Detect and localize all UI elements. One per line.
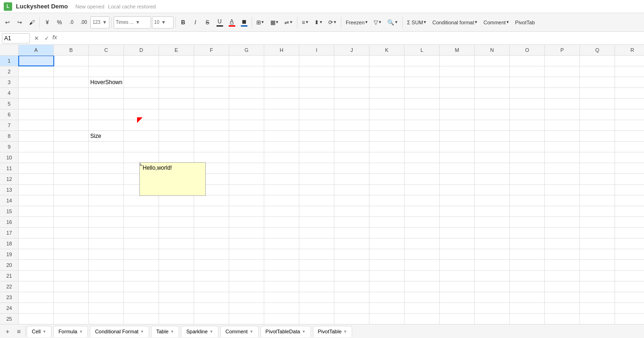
- cell-I11[interactable]: [299, 163, 334, 173]
- cell-P6[interactable]: [545, 109, 580, 120]
- cell-R12[interactable]: [615, 174, 644, 184]
- cell-M15[interactable]: [440, 206, 475, 216]
- sheet-tab-pivottable[interactable]: PivotTable▼: [313, 326, 353, 337]
- cell-F2[interactable]: [194, 66, 229, 77]
- cell-M16[interactable]: [440, 217, 475, 227]
- cell-E19[interactable]: [159, 249, 194, 259]
- cell-I4[interactable]: [299, 88, 334, 98]
- cell-E18[interactable]: [159, 238, 194, 249]
- cell-D14[interactable]: [124, 195, 159, 206]
- cell-Q10[interactable]: [580, 152, 615, 163]
- cell-R3[interactable]: [615, 77, 644, 87]
- cell-R15[interactable]: [615, 206, 644, 216]
- cell-E15[interactable]: [159, 206, 194, 216]
- cell-D19[interactable]: [124, 249, 159, 259]
- cell-C7[interactable]: [89, 120, 124, 130]
- cell-D21[interactable]: [124, 271, 159, 281]
- cell-P25[interactable]: [545, 314, 580, 324]
- cell-F25[interactable]: [194, 314, 229, 324]
- comment-button[interactable]: Comment▼: [481, 16, 512, 29]
- cell-O21[interactable]: [510, 271, 545, 281]
- cell-L2[interactable]: [405, 66, 440, 77]
- cell-C17[interactable]: [89, 228, 124, 238]
- cell-B17[interactable]: [54, 228, 89, 238]
- cell-R18[interactable]: [615, 238, 644, 249]
- cell-R24[interactable]: [615, 303, 644, 313]
- cell-F17[interactable]: [194, 228, 229, 238]
- cell-F20[interactable]: [194, 260, 229, 270]
- cell-R19[interactable]: [615, 249, 644, 259]
- cell-I20[interactable]: [299, 260, 334, 270]
- cell-C21[interactable]: [89, 271, 124, 281]
- cell-G8[interactable]: [229, 131, 264, 141]
- font-size-select[interactable]: 10 ▼: [152, 16, 174, 29]
- cell-J23[interactable]: [334, 292, 369, 302]
- cell-P3[interactable]: [545, 77, 580, 87]
- cell-N22[interactable]: [475, 281, 510, 292]
- cell-O8[interactable]: [510, 131, 545, 141]
- cell-P10[interactable]: [545, 152, 580, 163]
- col-header-M[interactable]: M: [440, 45, 475, 55]
- cell-M4[interactable]: [440, 88, 475, 98]
- cell-G20[interactable]: [229, 260, 264, 270]
- cell-H24[interactable]: [264, 303, 299, 313]
- cell-C10[interactable]: [89, 152, 124, 163]
- cell-H2[interactable]: [264, 66, 299, 77]
- cell-G11[interactable]: [229, 163, 264, 173]
- cell-F14[interactable]: [194, 195, 229, 206]
- cell-N14[interactable]: [475, 195, 510, 206]
- cell-L5[interactable]: [405, 99, 440, 109]
- cell-J9[interactable]: [334, 142, 369, 152]
- cell-E1[interactable]: [159, 56, 194, 66]
- cell-P11[interactable]: [545, 163, 580, 173]
- cell-I9[interactable]: [299, 142, 334, 152]
- cell-D25[interactable]: [124, 314, 159, 324]
- cell-B18[interactable]: [54, 238, 89, 249]
- cell-P21[interactable]: [545, 271, 580, 281]
- cell-H10[interactable]: [264, 152, 299, 163]
- cell-A15[interactable]: [19, 206, 54, 216]
- cell-A23[interactable]: [19, 292, 54, 302]
- cell-D6[interactable]: [124, 109, 159, 120]
- cell-H22[interactable]: [264, 281, 299, 292]
- col-header-Q[interactable]: Q: [580, 45, 615, 55]
- cell-A21[interactable]: [19, 271, 54, 281]
- cell-F4[interactable]: [194, 88, 229, 98]
- cell-D24[interactable]: [124, 303, 159, 313]
- cell-P8[interactable]: [545, 131, 580, 141]
- cell-L24[interactable]: [405, 303, 440, 313]
- cell-G24[interactable]: [229, 303, 264, 313]
- cell-B23[interactable]: [54, 292, 89, 302]
- cell-D22[interactable]: [124, 281, 159, 292]
- cell-B24[interactable]: [54, 303, 89, 313]
- cell-D18[interactable]: [124, 238, 159, 249]
- cell-K14[interactable]: [369, 195, 405, 206]
- cell-K19[interactable]: [369, 249, 405, 259]
- cell-K6[interactable]: [369, 109, 405, 120]
- cell-G19[interactable]: [229, 249, 264, 259]
- sheet-tab-sparkline[interactable]: Sparkline▼: [181, 326, 218, 337]
- cell-R6[interactable]: [615, 109, 644, 120]
- cell-E4[interactable]: [159, 88, 194, 98]
- cell-N19[interactable]: [475, 249, 510, 259]
- cell-M17[interactable]: [440, 228, 475, 238]
- cell-G15[interactable]: [229, 206, 264, 216]
- formula-input[interactable]: [59, 33, 642, 43]
- cell-A2[interactable]: [19, 66, 54, 77]
- cell-B1[interactable]: [54, 56, 89, 66]
- cell-G4[interactable]: [229, 88, 264, 98]
- cell-H7[interactable]: [264, 120, 299, 130]
- row-number-21[interactable]: 21: [0, 271, 19, 281]
- cell-K3[interactable]: [369, 77, 405, 87]
- row-number-25[interactable]: 25: [0, 314, 19, 324]
- cell-L10[interactable]: [405, 152, 440, 163]
- italic-button[interactable]: I: [190, 16, 201, 29]
- cell-B25[interactable]: [54, 314, 89, 324]
- cell-L11[interactable]: [405, 163, 440, 173]
- cell-H18[interactable]: [264, 238, 299, 249]
- cell-K22[interactable]: [369, 281, 405, 292]
- cell-Q25[interactable]: [580, 314, 615, 324]
- row-number-13[interactable]: 13: [0, 185, 19, 195]
- cell-D4[interactable]: [124, 88, 159, 98]
- col-header-D[interactable]: D: [124, 45, 159, 55]
